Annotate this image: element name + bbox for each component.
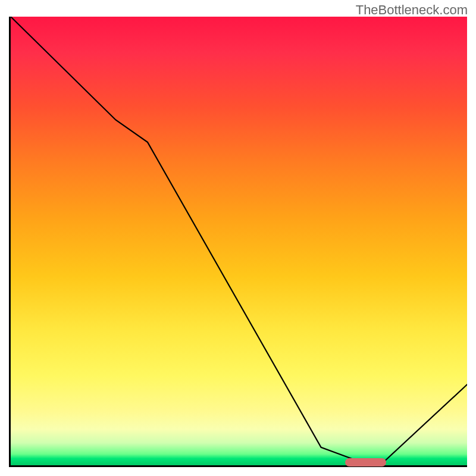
watermark-text: TheBottleneck.com bbox=[356, 2, 468, 18]
bottleneck-curve-path bbox=[11, 17, 467, 461]
chart-curve-svg bbox=[11, 17, 467, 465]
optimal-range-marker bbox=[345, 458, 386, 466]
chart-plot-area bbox=[9, 17, 467, 467]
